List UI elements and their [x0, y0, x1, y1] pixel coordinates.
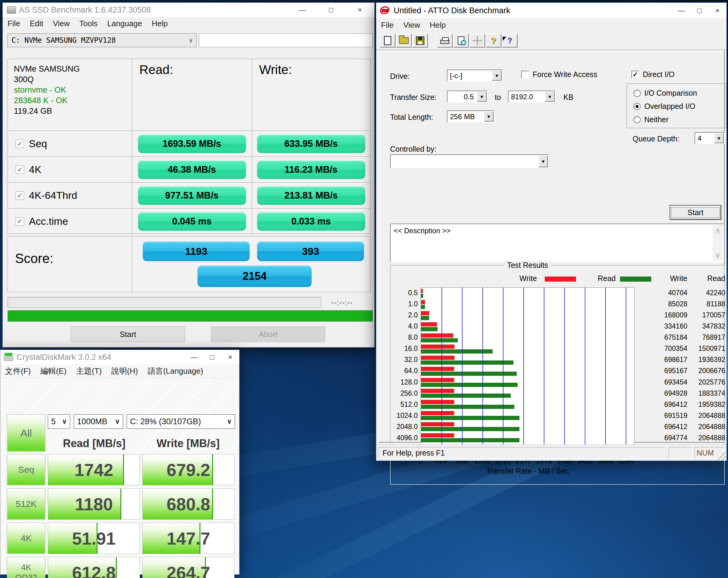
4k-read-cell: 51.91 [48, 523, 140, 554]
controlled-by-combo[interactable]: ▼ [390, 154, 549, 168]
dropdown-arrow-icon[interactable]: ▼ [484, 111, 494, 122]
menu-file[interactable]: File [376, 21, 398, 30]
512k-read-cell: 1180 [48, 488, 140, 520]
write-bar [421, 400, 454, 404]
menu-help[interactable]: Help [425, 21, 450, 30]
benchmark-name-field[interactable] [199, 33, 373, 47]
dropdown-arrow-icon[interactable]: ▼ [538, 155, 548, 167]
help-button[interactable]: ? [486, 34, 501, 48]
description-box[interactable]: << Description >> ∧ ∨ [390, 224, 724, 262]
close-button[interactable]: × [221, 350, 239, 364]
print-button[interactable] [437, 34, 452, 48]
as-ssd-titlebar: AS SSD Benchmark 1.6.4237.30508 — □ × [3, 3, 374, 17]
read-values-column: 4224081188170057347832768917150097119363… [688, 287, 725, 455]
menu-file[interactable]: File [3, 19, 25, 28]
total-length-combo[interactable]: 256 MB ▼ [447, 110, 494, 123]
close-icon: × [716, 6, 720, 15]
test-label: 4K-64Thrd [29, 189, 77, 201]
4kqd32-test-button[interactable]: 4K QD32 [7, 557, 46, 578]
menu-language[interactable]: Language [102, 19, 147, 28]
menu-edit[interactable]: 編輯(E) [35, 366, 71, 376]
acctime-write-value: 0.033 ms [257, 212, 365, 231]
drive-select[interactable]: C: NVMe SAMSUNG MZVPV128 ∨ [7, 33, 197, 47]
scroll-down-icon[interactable]: ∨ [713, 249, 723, 261]
test-label: Seq [18, 465, 34, 475]
maximize-button[interactable]: □ [317, 3, 345, 17]
new-file-button[interactable] [380, 34, 395, 48]
4k-checkbox[interactable]: ✓ [16, 165, 24, 174]
4kqd32-read-value: 612.8 [48, 557, 140, 578]
move-button[interactable] [469, 34, 485, 48]
seq-checkbox[interactable]: ✓ [16, 140, 24, 148]
dropdown-arrow-icon[interactable]: ▼ [545, 91, 555, 102]
all-test-button[interactable]: All [7, 414, 46, 452]
window-title: AS SSD Benchmark 1.6.4237.30508 [19, 5, 151, 15]
minimize-button[interactable]: — [288, 3, 317, 17]
maximize-button[interactable]: □ [691, 3, 708, 18]
dropdown-arrow-icon[interactable]: ▼ [714, 133, 724, 143]
seq-test-button[interactable]: Seq [7, 454, 46, 485]
save-button[interactable] [412, 34, 428, 48]
start-button[interactable]: Start [71, 326, 185, 342]
4k64-checkbox[interactable]: ✓ [16, 191, 24, 200]
queue-depth-combo[interactable]: 4 ▼ [695, 132, 725, 144]
menu-tools[interactable]: Tools [75, 19, 103, 28]
y-tick-label: 1.0 [391, 298, 418, 310]
io-comparison-radio[interactable] [633, 90, 641, 97]
read-value: 1936392 [688, 354, 725, 365]
menu-theme[interactable]: 主題(T) [71, 366, 107, 376]
scroll-up-icon[interactable]: ∧ [713, 225, 723, 236]
512k-test-button[interactable]: 512K [7, 488, 46, 520]
menu-view[interactable]: View [398, 21, 425, 30]
transfer-to-combo[interactable]: 8192.0 ▼ [508, 90, 555, 103]
print-preview-button[interactable] [453, 34, 469, 48]
read-value: 347832 [688, 321, 725, 332]
drive-capacity: 119.24 GB [14, 106, 132, 116]
start-button[interactable]: Start [670, 205, 721, 220]
chart-y-labels: 0.51.02.04.08.016.032.064.0128.0256.0512… [391, 287, 418, 455]
total-length-value: 256 MB [450, 112, 475, 121]
read-value: 2006676 [688, 365, 725, 376]
open-file-button[interactable] [396, 34, 412, 48]
abort-button[interactable]: Abort [211, 326, 325, 342]
y-tick-label: 256.0 [391, 388, 418, 399]
read-value: 2025776 [688, 377, 725, 388]
force-write-access-checkbox[interactable] [521, 71, 529, 79]
maximize-button[interactable]: □ [203, 350, 221, 364]
target-drive-select[interactable]: C: 28% (30/107GB) ∨ [127, 414, 235, 429]
context-help-button[interactable]: ? [502, 34, 518, 48]
read-value: 2064888 [688, 410, 725, 421]
chart-row [421, 366, 634, 377]
menu-help[interactable]: Help [147, 19, 173, 28]
gridline [544, 288, 544, 454]
dropdown-arrow-icon[interactable]: ▼ [492, 71, 502, 81]
window-title: Untitled - ATTO Disk Benchmark [394, 6, 511, 15]
window-title: CrystalDiskMark 3.0.2 x64 [17, 352, 111, 362]
neither-radio[interactable] [633, 116, 641, 123]
drive-combo[interactable]: [-c-] ▼ [447, 70, 502, 82]
menu-view[interactable]: View [48, 19, 75, 28]
close-button[interactable]: × [345, 3, 374, 17]
gridline [483, 288, 483, 454]
close-button[interactable]: × [708, 3, 727, 18]
description-scrollbar[interactable]: ∧ ∨ [713, 225, 723, 261]
test-count-select[interactable]: 5 ∨ [48, 414, 70, 429]
test-row-4k64: ✓ 4K-64Thrd [8, 182, 132, 208]
menu-file[interactable]: 文件(F) [0, 366, 35, 376]
transfer-from-combo[interactable]: 0.5 ▼ [447, 90, 488, 103]
menu-language[interactable]: 語言(Language) [142, 366, 208, 376]
direct-io-checkbox[interactable]: ✓ [631, 71, 639, 79]
test-label2: QD32 [15, 573, 37, 578]
minimize-icon: — [298, 6, 306, 14]
acctime-checkbox[interactable]: ✓ [16, 217, 24, 226]
test-size-select[interactable]: 1000MB ∨ [74, 414, 123, 429]
dropdown-arrow-icon[interactable]: ▼ [477, 91, 487, 102]
chart-row [421, 377, 634, 388]
overlapped-io-radio[interactable] [633, 103, 641, 110]
minimize-button[interactable]: — [672, 3, 691, 18]
4k-test-button[interactable]: 4K [7, 523, 46, 554]
minimize-button[interactable]: — [185, 350, 203, 364]
menu-help[interactable]: 說明(H) [107, 366, 142, 376]
menu-edit[interactable]: Edit [25, 19, 48, 28]
all-label: All [21, 427, 32, 439]
